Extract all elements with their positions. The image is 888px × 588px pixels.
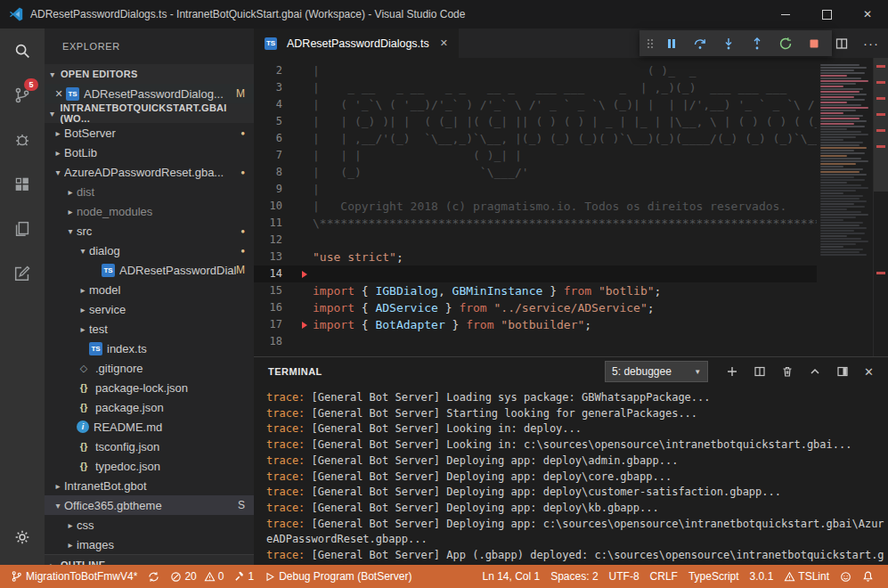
close-panel-button[interactable]: ✕ [864,366,874,378]
indentation-item[interactable]: Spaces: 2 [545,565,603,588]
activitybar-extensions[interactable] [0,162,45,207]
tree-item-botserver[interactable]: ▸BotServer● [45,123,254,143]
tree-item-label: src [77,225,240,238]
kill-terminal-button[interactable] [781,365,794,378]
tree-item-typedoc-json[interactable]: {}typedoc.json [45,456,254,476]
tree-item-readme-md[interactable]: iREADME.md [45,417,254,437]
activitybar-edit[interactable] [0,251,45,296]
tree-item-dist[interactable]: ▸dist [45,182,254,201]
tree-item-gitignore[interactable]: ◇.gitignore [45,358,254,378]
restart-button[interactable] [773,32,798,55]
tree-item-model[interactable]: ▸model [45,280,254,299]
step-out-icon [750,37,764,51]
activitybar-explorer[interactable] [0,207,45,251]
section-workspace[interactable]: ▾ INTRANETBOTQUICKSTART.GBAI (WO... [45,103,254,123]
minimize-button[interactable] [765,0,806,29]
stop-button[interactable] [802,32,827,55]
code-line-3[interactable]: 3| _ __ _ __ _ _ __ _ ___ ___ _ | ,_)(_)… [254,79,888,96]
step-over-button[interactable] [688,32,713,55]
pause-button[interactable] [659,32,684,55]
code-line-14[interactable]: 14 [254,265,888,282]
cursor-position-item[interactable]: Ln 14, Col 1 [477,565,545,588]
code-line-12[interactable]: 12 [254,232,888,249]
code-editor[interactable]: 2| ( )_ _ |3| _ __ _ __ _ _ __ _ ___ ___… [254,58,888,356]
close-icon[interactable]: ✕ [52,88,66,100]
code-line-10[interactable]: 10| Copyright 2018 (c) pragmatismo.io. T… [254,198,888,215]
tree-item-index-ts[interactable]: TSindex.ts [45,339,254,358]
step-out-button[interactable] [745,32,770,55]
tree-item-azureadpasswordreset-gba[interactable]: ▾AzureADPasswordReset.gba...● [45,162,254,182]
tree-item-images[interactable]: ▸images [45,535,254,554]
more-actions-button[interactable]: ··· [863,39,879,48]
code-line-18[interactable]: 18 [254,333,888,350]
code-line-9[interactable]: 9| | [254,181,888,198]
step-into-button[interactable] [716,32,741,55]
tree-item-dialog[interactable]: ▾dialog● [45,241,254,260]
tree-item-tsconfig-json[interactable]: {}tsconfig.json [45,437,254,456]
move-panel-button[interactable] [836,365,849,378]
scrollbar-thumb[interactable] [874,58,888,192]
tree-item-office365-gbtheme[interactable]: ▾Office365.gbthemeS [45,495,254,515]
activitybar-source-control[interactable]: 5 [0,73,45,118]
settings-button[interactable] [0,515,45,559]
ts-version-item[interactable]: 3.0.1 [745,565,779,588]
activitybar-debug[interactable] [0,118,45,162]
close-icon[interactable]: ✕ [440,37,448,49]
notifications-item[interactable] [857,565,879,588]
line-number: 11 [254,215,300,232]
activitybar-search[interactable] [0,29,45,73]
git-branch-item[interactable]: MigrationToBotFmwV4* [5,565,143,588]
maximize-panel-button[interactable] [809,365,821,378]
terminal-output[interactable]: trace: [General Bot Server] Loading sys … [254,386,888,565]
minimap[interactable] [817,58,874,356]
close-window-button[interactable]: ✕ [847,0,888,29]
tree-item-botlib[interactable]: ▸BotLib [45,143,254,162]
split-terminal-button[interactable] [754,365,766,378]
toolbar-drag-handle[interactable] [645,32,656,55]
encoding-item[interactable]: UTF-8 [604,565,645,588]
section-outline[interactable]: ▸ OUTLINE [45,554,254,565]
language-item[interactable]: TypeScript [683,565,745,588]
chevron-down-icon: ▼ [694,368,701,376]
tree-item-package-json[interactable]: {}package.json [45,397,254,417]
eol-item[interactable]: CRLF [645,565,683,588]
code-line-2[interactable]: 2| ( )_ _ | [254,62,888,79]
tree-item-test[interactable]: ▸test [45,319,254,339]
debug-target-item[interactable]: Debug Program (BotServer) [259,565,417,588]
tab-adresetpassworddialogs[interactable]: TS ADResetPasswordDialogs.ts ✕ [254,29,459,58]
open-editor-item[interactable]: ✕ TS ADResetPasswordDialog... M [45,84,254,103]
tree-item-adresetpassworddial[interactable]: TSADResetPasswordDial...M [45,260,254,280]
code-line-15[interactable]: 15import { IGBDialog, GBMinInstance } fr… [254,282,888,299]
window-title: ADResetPasswordDialogs.ts - IntranetBotQ… [30,8,465,20]
new-terminal-button[interactable] [726,365,738,378]
maximize-button[interactable] [806,0,847,29]
section-open-editors[interactable]: ▾ OPEN EDITORS [45,64,254,84]
sync-item[interactable] [143,565,165,588]
code-line-11[interactable]: 11\*************************************… [254,215,888,232]
split-editor-button[interactable] [835,37,849,51]
tree-item-intranetbot-gbot[interactable]: ▸IntranetBot.gbot [45,476,254,495]
code-line-4[interactable]: 4| ( '_`\ ( '__)/'_` ) /'_` \ /' _ ` _ `… [254,96,888,113]
tree-item-label: tsconfig.json [95,440,254,453]
tasks-item[interactable]: 1 [229,565,259,588]
chevron-down-icon: ▾ [45,69,61,79]
tree-item-service[interactable]: ▸service [45,299,254,319]
code-line-13[interactable]: 13"use strict"; [254,249,888,265]
code-line-17[interactable]: 17import { BotAdapter } from "botbuilder… [254,316,888,333]
editor-scrollbar[interactable] [873,58,888,356]
tslint-item[interactable]: TSLint [778,565,835,588]
tab-terminal[interactable]: TERMINAL [268,366,322,377]
code-line-5[interactable]: 5| | (_) )| | ( (_| |( (_| || ( ) ( ) | … [254,113,888,130]
terminal-selector[interactable]: 5: debuggee ▼ [605,361,708,382]
code-line-8[interactable]: 8| (_) `\___/' | [254,164,888,181]
tree-item-node-modules[interactable]: ▸node_modules [45,201,254,221]
feedback-item[interactable] [835,565,857,588]
tree-item-css[interactable]: ▸css [45,515,254,535]
code-line-16[interactable]: 16import { ADService } from "../service/… [254,299,888,316]
tree-item-src[interactable]: ▾src● [45,221,254,241]
code-line-6[interactable]: 6| | ,__/'(_) `\__,_)`\__, |(_) (_) (_)(… [254,130,888,147]
problems-item[interactable]: 20 0 [165,565,229,588]
tree-item-package-lock-json[interactable]: {}package-lock.json [45,378,254,397]
code-line-7[interactable]: 7| | | ( )_| | | [254,147,888,164]
terminal-line: trace: [General Bot Server] App (.gbapp)… [266,548,888,564]
